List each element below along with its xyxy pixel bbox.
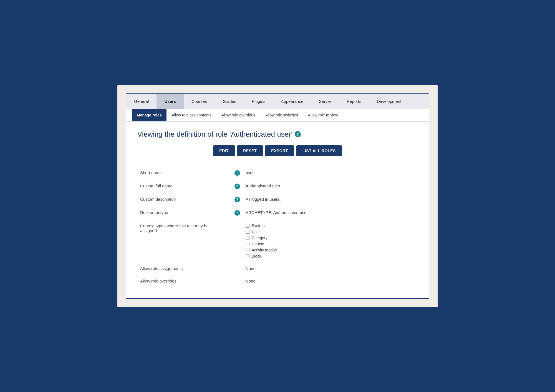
field-context-types: Context types where this role may be ass… (137, 220, 418, 262)
subnav-allow-role-to-view[interactable]: Allow role to view (303, 109, 343, 121)
edit-button[interactable]: EDIT (213, 145, 235, 156)
reset-button[interactable]: RESET (237, 145, 263, 156)
label-custom-full-name: Custom full name (137, 180, 232, 193)
label-allow-role-overrides: Allow role overrides (137, 275, 232, 287)
value-allow-role-assignments: None (243, 262, 418, 275)
field-custom-full-name: Custom full name ? Authenticated user (137, 180, 418, 193)
help-icon-short-name[interactable]: ? (234, 170, 240, 176)
action-buttons: EDIT RESET EXPORT LIST ALL ROLES (137, 145, 418, 156)
field-role-archetype: Role archetype ? ARCHETYPE: Authenticate… (137, 206, 418, 220)
tab-server[interactable]: Server (311, 94, 339, 109)
help-icon-role-archetype[interactable]: ? (234, 210, 240, 216)
field-short-name: Short name ? user (137, 166, 418, 180)
field-allow-role-overrides: Allow role overrides None (137, 275, 418, 287)
help-icon-custom-full-name[interactable]: ? (234, 184, 240, 189)
field-custom-description: Custom description ? All logged in users… (137, 193, 418, 206)
page-title-help-icon[interactable]: ? (295, 131, 301, 137)
page-title: Viewing the definition of role 'Authenti… (137, 130, 418, 139)
tab-grades[interactable]: Grades (215, 94, 244, 109)
inner-card: General Users Courses Grades Plugins App… (126, 93, 429, 299)
list-all-roles-button[interactable]: LIST ALL ROLES (296, 145, 342, 156)
tab-reports[interactable]: Reports (339, 94, 369, 109)
label-allow-role-assignments: Allow role assignments (137, 262, 232, 275)
checkbox-system-input[interactable] (246, 224, 249, 228)
checkbox-block-input[interactable] (246, 254, 249, 258)
subnav-allow-role-overrides[interactable]: Allow role overrides (216, 109, 260, 121)
top-nav: General Users Courses Grades Plugins App… (126, 94, 429, 109)
checkbox-course-input[interactable] (246, 242, 249, 246)
fields-table: Short name ? user Custom full name ? Aut… (137, 166, 418, 287)
checkbox-user[interactable]: User (246, 230, 415, 234)
tab-appearance[interactable]: Appearance (273, 94, 311, 109)
sub-nav: Manage roles Allow role assignments Allo… (126, 109, 429, 122)
value-short-name: user (243, 166, 418, 180)
checkbox-user-input[interactable] (246, 230, 249, 234)
field-allow-role-assignments: Allow role assignments None (137, 262, 418, 275)
value-custom-full-name: Authenticated user (243, 180, 418, 193)
checkbox-activity-module[interactable]: Activity module (246, 248, 415, 252)
checkbox-category-input[interactable] (246, 236, 249, 240)
context-types-checkboxes: System User Category (246, 223, 415, 258)
checkbox-category[interactable]: Category (246, 236, 415, 240)
label-role-archetype: Role archetype (137, 206, 232, 220)
label-custom-description: Custom description (137, 193, 232, 206)
value-custom-description: All logged in users. (243, 193, 418, 206)
label-short-name: Short name (137, 166, 232, 180)
tab-courses[interactable]: Courses (184, 94, 215, 109)
tab-general[interactable]: General (126, 94, 157, 109)
main-content: Viewing the definition of role 'Authenti… (126, 122, 429, 298)
subnav-allow-role-assignments[interactable]: Allow role assignments (167, 109, 216, 121)
label-context-types: Context types where this role may be ass… (137, 220, 232, 262)
tab-users[interactable]: Users (157, 94, 184, 109)
value-allow-role-overrides: None (243, 275, 418, 287)
value-role-archetype: ARCHETYPE: Authenticated user (243, 206, 418, 220)
checkbox-block[interactable]: Block (246, 254, 415, 258)
subnav-allow-role-switches[interactable]: Allow role switches (260, 109, 303, 121)
subnav-manage-roles[interactable]: Manage roles (132, 109, 167, 121)
tab-development[interactable]: Development (369, 94, 409, 109)
checkbox-course[interactable]: Course (246, 242, 415, 246)
checkbox-activity-module-input[interactable] (246, 248, 249, 252)
checkbox-system[interactable]: System (246, 223, 415, 228)
export-button[interactable]: EXPORT (265, 145, 294, 156)
help-icon-custom-description[interactable]: ? (234, 197, 240, 202)
tab-plugins[interactable]: Plugins (244, 94, 273, 109)
outer-frame: General Users Courses Grades Plugins App… (117, 84, 438, 308)
